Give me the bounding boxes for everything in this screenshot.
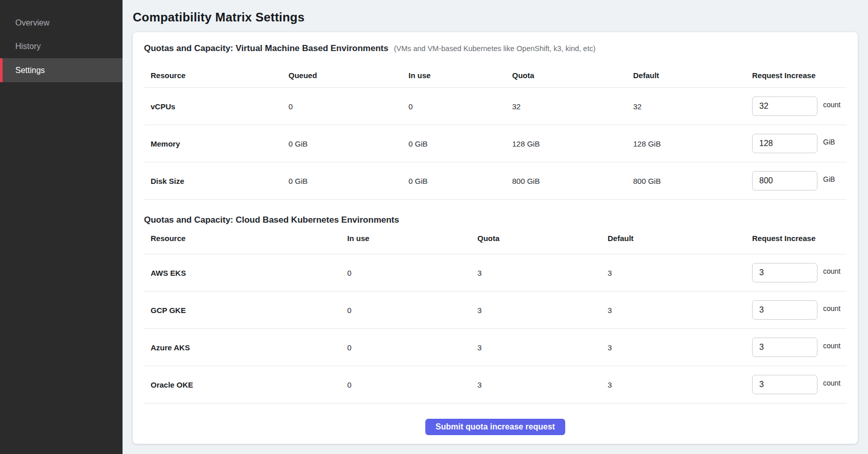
k8s-table: AWS EKS 0 3 3 count GCP GKE 0 3 3 count: [144, 254, 847, 403]
k8s-col-request-increase: Request Increase: [752, 233, 847, 244]
default-value: 3: [608, 306, 752, 315]
vm-col-request-increase: Request Increase: [752, 70, 847, 81]
in-use-value: 0: [408, 102, 512, 111]
unit-label: count: [823, 101, 840, 109]
in-use-value: 0 GiB: [408, 177, 512, 185]
azure-aks-request-input[interactable]: [752, 338, 817, 357]
vm-section-title-text: Quotas and Capacity: Virtual Machine Bas…: [144, 43, 389, 53]
table-row-gcp-gke: GCP GKE 0 3 3 count: [144, 291, 847, 328]
in-use-value: 0: [347, 380, 477, 389]
aws-eks-request-input[interactable]: [752, 263, 817, 282]
table-row-aws-eks: AWS EKS 0 3 3 count: [144, 254, 847, 291]
in-use-value: 0: [347, 343, 477, 352]
resource-label: Memory: [144, 139, 288, 148]
queued-value: 0 GiB: [288, 177, 408, 185]
table-row-disk-size: Disk Size 0 GiB 0 GiB 800 GiB 800 GiB Gi…: [144, 162, 847, 199]
vcpus-request-input[interactable]: [752, 97, 817, 116]
k8s-section-title: Quotas and Capacity: Cloud Based Kuberne…: [144, 214, 847, 226]
quota-value: 32: [512, 102, 633, 111]
vm-col-resource: Resource: [144, 70, 288, 81]
unit-label: GiB: [823, 175, 835, 183]
default-value: 3: [608, 380, 752, 389]
disk-size-request-input[interactable]: [752, 171, 817, 190]
in-use-value: 0 GiB: [408, 139, 512, 148]
in-use-value: 0: [347, 306, 477, 315]
resource-label: AWS EKS: [144, 269, 347, 277]
unit-label: count: [823, 342, 840, 350]
quota-value: 3: [477, 380, 608, 389]
vm-table: vCPUs 0 0 32 32 count Memory 0 GiB 0 GiB…: [144, 87, 847, 200]
default-value: 128 GiB: [633, 139, 752, 148]
submit-quota-increase-button[interactable]: Submit quota increase request: [425, 419, 565, 435]
vm-section-title: Quotas and Capacity: Virtual Machine Bas…: [144, 42, 847, 55]
vm-col-quota: Quota: [512, 70, 633, 81]
quota-value: 128 GiB: [512, 139, 633, 148]
default-value: 3: [608, 343, 752, 352]
vm-col-default: Default: [633, 70, 752, 81]
table-row-azure-aks: Azure AKS 0 3 3 count: [144, 328, 847, 366]
queued-value: 0 GiB: [288, 139, 408, 148]
k8s-col-resource: Resource: [144, 233, 347, 244]
table-row-vcpus: vCPUs 0 0 32 32 count: [144, 87, 847, 125]
resource-label: GCP GKE: [144, 306, 347, 315]
quota-value: 3: [477, 306, 608, 315]
table-row-oracle-oke: Oracle OKE 0 3 3 count: [144, 366, 847, 403]
vm-col-queued: Queued: [288, 70, 408, 81]
vm-col-in-use: In use: [408, 70, 512, 81]
k8s-col-in-use: In use: [347, 233, 477, 244]
vm-table-header: Resource Queued In use Quota Default Req…: [144, 55, 847, 87]
quota-value: 3: [477, 343, 608, 352]
table-row-memory: Memory 0 GiB 0 GiB 128 GiB 128 GiB GiB: [144, 125, 847, 162]
card-footer: Submit quota increase request: [144, 403, 847, 435]
quota-value: 3: [477, 269, 608, 277]
unit-label: count: [823, 379, 840, 387]
quota-settings-card: Quotas and Capacity: Virtual Machine Bas…: [133, 32, 858, 444]
unit-label: count: [823, 304, 840, 313]
k8s-table-header: Resource In use Quota Default Request In…: [144, 226, 847, 254]
sidebar-item-settings[interactable]: Settings: [0, 58, 123, 82]
oracle-oke-request-input[interactable]: [752, 375, 817, 394]
resource-label: vCPUs: [144, 102, 288, 111]
resource-label: Oracle OKE: [144, 380, 347, 389]
sidebar: Overview History Settings: [0, 0, 123, 454]
default-value: 32: [633, 102, 752, 111]
resource-label: Azure AKS: [144, 343, 347, 352]
sidebar-item-overview[interactable]: Overview: [0, 11, 123, 35]
k8s-col-quota: Quota: [477, 233, 608, 244]
sidebar-item-history[interactable]: History: [0, 35, 123, 58]
vm-section-subtitle: (VMs and VM-based Kubernetes like OpenSh…: [394, 44, 595, 53]
page-title: Compatibility Matrix Settings: [133, 10, 305, 25]
in-use-value: 0: [347, 269, 477, 277]
queued-value: 0: [288, 102, 408, 111]
unit-label: GiB: [823, 138, 835, 146]
resource-label: Disk Size: [144, 177, 288, 185]
quota-value: 800 GiB: [512, 177, 633, 185]
unit-label: count: [823, 267, 840, 275]
default-value: 800 GiB: [633, 177, 752, 185]
main-content: Compatibility Matrix Settings Quotas and…: [123, 0, 868, 454]
gcp-gke-request-input[interactable]: [752, 300, 817, 320]
k8s-col-default: Default: [608, 233, 752, 244]
memory-request-input[interactable]: [752, 134, 817, 153]
default-value: 3: [608, 269, 752, 277]
